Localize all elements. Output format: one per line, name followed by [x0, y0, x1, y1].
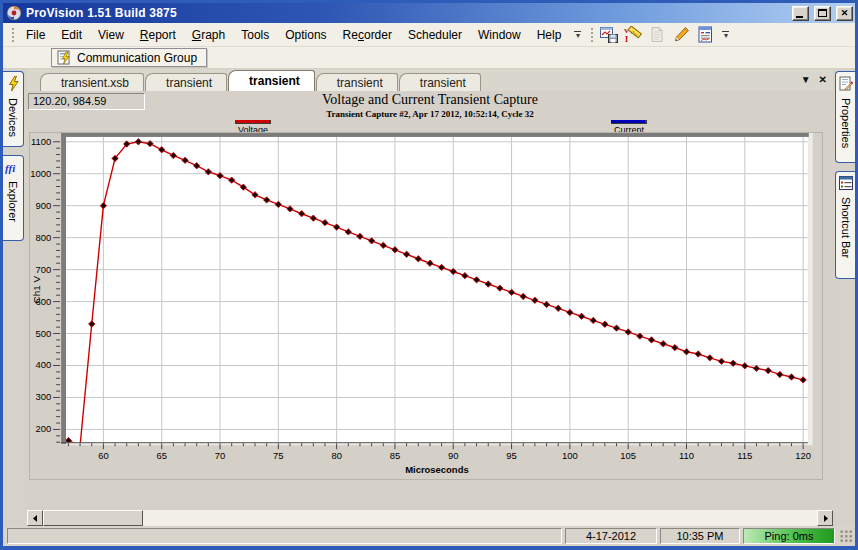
toolbar-overflow-button[interactable]: ▾: [719, 25, 732, 45]
svg-text:300: 300: [35, 391, 51, 402]
menu-item-edit[interactable]: Edit: [53, 25, 90, 45]
menu-item-file[interactable]: File: [18, 25, 53, 45]
doc-tab-2-active[interactable]: transient: [228, 70, 315, 91]
toolbar-grip-2[interactable]: [589, 26, 594, 43]
svg-text:115: 115: [737, 450, 752, 461]
resize-grip[interactable]: [840, 530, 853, 543]
maximize-icon: [818, 9, 827, 17]
toolbar-grip[interactable]: [10, 26, 15, 43]
scroll-left-button[interactable]: [27, 510, 43, 526]
svg-text:120: 120: [795, 450, 811, 461]
status-panel-date: 4-17-2012: [565, 528, 657, 544]
minimize-button[interactable]: [792, 6, 809, 21]
main-area: DevicesffiExplorer transient.xsbtransien…: [3, 69, 855, 526]
left-sidebar: DevicesffiExplorer: [3, 69, 27, 526]
communication-toolbar: Communication Group: [3, 47, 855, 69]
horizontal-scrollbar[interactable]: [27, 510, 833, 526]
menu-item-options[interactable]: Options: [277, 25, 334, 45]
status-panel-ping: Ping: 0ms: [743, 528, 835, 544]
svg-text:1000: 1000: [30, 168, 51, 179]
svg-text:800: 800: [35, 232, 51, 243]
sidebar-tab-explorer[interactable]: ffiExplorer: [3, 155, 24, 241]
svg-text:105: 105: [620, 450, 636, 461]
window-title: ProVision 1.51 Build 3875: [26, 6, 787, 20]
svg-text:80: 80: [331, 450, 342, 461]
scroll-right-icon: [822, 515, 829, 522]
svg-text:60: 60: [98, 450, 109, 461]
sidebar-tab-properties[interactable]: Properties: [835, 71, 855, 163]
svg-text:V: V: [624, 27, 629, 35]
menu-item-scheduler[interactable]: Scheduler: [400, 25, 470, 45]
menu-item-window[interactable]: Window: [470, 25, 529, 45]
properties-icon: [839, 76, 853, 95]
close-tab-icon[interactable]: ✕: [819, 74, 827, 86]
doc-tab-3[interactable]: transient: [316, 73, 398, 91]
communication-group-label: Communication Group: [77, 51, 197, 65]
menu-item-graph[interactable]: Graph: [184, 25, 233, 45]
communication-group-button[interactable]: Communication Group: [51, 48, 207, 67]
scrollbar-thumb[interactable]: [43, 510, 143, 526]
svg-text:85: 85: [390, 450, 401, 461]
menu-overflow-button[interactable]: ▾: [571, 25, 584, 45]
current-legend-swatch: [611, 120, 647, 124]
svg-text:100: 100: [562, 450, 578, 461]
close-button[interactable]: ✕: [836, 6, 853, 21]
communication-group-icon: [57, 50, 72, 65]
explorer-icon: ffi: [5, 160, 21, 178]
svg-text:400: 400: [35, 359, 51, 370]
svg-text:95: 95: [506, 450, 517, 461]
app-window: ProVision 1.51 Build 3875 ✕ FileEditView…: [0, 0, 858, 550]
maximize-button[interactable]: [814, 6, 831, 21]
sidebar-tab-label: Shortcut Bar: [840, 197, 852, 258]
close-icon: ✕: [841, 8, 849, 18]
menu-item-report[interactable]: Report: [132, 25, 184, 45]
sidebar-tab-label: Devices: [7, 98, 19, 137]
doc-tab-1[interactable]: transient: [145, 73, 227, 91]
svg-text:ffi: ffi: [5, 162, 16, 174]
svg-text:Microseconds: Microseconds: [405, 464, 468, 475]
center-column: transient.xsbtransienttransienttransient…: [27, 69, 833, 526]
shortcut-icon: [839, 176, 853, 194]
menu-item-tools[interactable]: Tools: [233, 25, 277, 45]
sidebar-tab-devices[interactable]: Devices: [3, 71, 24, 147]
menu-item-view[interactable]: View: [90, 25, 132, 45]
menu-item-recorder[interactable]: Recorder: [335, 25, 400, 45]
vi-measure-icon[interactable]: VI: [621, 24, 645, 46]
svg-text:I: I: [625, 35, 628, 43]
doc-tab-4[interactable]: transient: [399, 73, 481, 91]
svg-text:110: 110: [679, 450, 694, 461]
pencil-icon[interactable]: [669, 24, 693, 46]
chart-subtitle: Transient Capture #2, Apr 17 2012, 10:52…: [27, 109, 833, 119]
svg-text:75: 75: [273, 450, 284, 461]
status-panel-fill: [7, 528, 562, 544]
svg-text:200: 200: [35, 423, 51, 434]
app-icon: [6, 5, 22, 21]
sidebar-tab-label: Properties: [840, 98, 852, 148]
tab-list-dropdown-icon[interactable]: ▼: [801, 74, 811, 86]
graph-pane: 120.20, 984.59 Voltage and Current Trans…: [27, 91, 833, 526]
doc-tab-0[interactable]: transient.xsb: [40, 73, 144, 91]
chart-title: Voltage and Current Transient Capture: [27, 92, 833, 108]
transient-capture-chart[interactable]: 6065707580859095100105110115120200300400…: [29, 132, 823, 480]
page-icon[interactable]: [645, 24, 669, 46]
menu-bar: FileEditViewReportGraphToolsOptionsRecor…: [3, 23, 855, 47]
svg-text:Ch1 V: Ch1 V: [31, 275, 42, 303]
report-icon[interactable]: [693, 24, 717, 46]
svg-text:900: 900: [35, 200, 51, 211]
svg-text:65: 65: [156, 450, 167, 461]
title-bar[interactable]: ProVision 1.51 Build 3875 ✕: [3, 3, 855, 23]
menu-item-help[interactable]: Help: [529, 25, 570, 45]
scrollbar-track[interactable]: [43, 510, 817, 526]
scroll-left-icon: [32, 515, 39, 522]
document-tab-bar: transient.xsbtransienttransienttransient…: [27, 69, 833, 91]
sidebar-tab-label: Explorer: [7, 181, 19, 222]
sidebar-tab-shortcut-bar[interactable]: Shortcut Bar: [835, 171, 855, 279]
status-bar: 4-17-201210:35 PMPing: 0ms: [3, 526, 855, 546]
svg-text:500: 500: [35, 328, 51, 339]
graph-save-icon[interactable]: [597, 24, 621, 46]
svg-text:90: 90: [448, 450, 459, 461]
scroll-right-button[interactable]: [817, 510, 833, 526]
devices-icon: [7, 76, 20, 95]
voltage-legend-swatch: [235, 120, 271, 124]
right-sidebar: PropertiesShortcut Bar: [833, 69, 855, 526]
